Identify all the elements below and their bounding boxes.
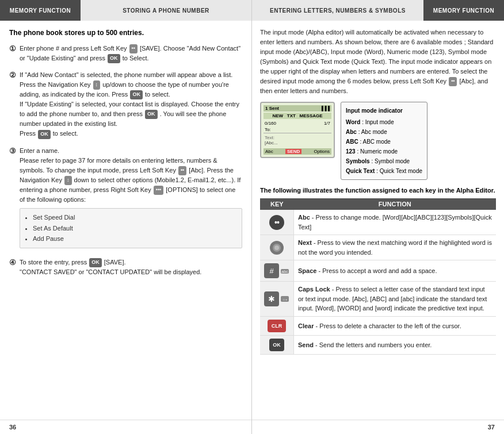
key-cell-nav	[260, 235, 294, 260]
left-page-number: 36	[9, 424, 16, 431]
step-4-text: To store the entry, press OK [SAVE]. "CO…	[20, 258, 201, 277]
nav-key-cell	[264, 240, 289, 255]
counter: 0/160	[265, 121, 276, 126]
func-caps-label: Caps Lock	[298, 286, 330, 293]
step-1: ① Enter phone # and press Left Soft Key …	[9, 44, 242, 63]
phone-screen-text: Text: [Abc...	[264, 135, 331, 146]
step-1-num: ①	[9, 44, 20, 53]
table-row: # abc Space - Press to accept a word and…	[260, 260, 496, 282]
options-list: Set Speed Dial Set As Default Add Pause	[20, 208, 242, 248]
step-3-text: Enter a name. Please refer to page 37 fo…	[20, 146, 242, 251]
func-cell-next: Next - Press to view the next matching w…	[294, 235, 497, 260]
func-cell-abc: Abc - Press to change mode. [Word][Abc][…	[294, 210, 497, 235]
ok-key-icon-4: OK	[38, 130, 51, 139]
left-soft-key-icon-2: ••	[178, 166, 186, 175]
main-heading: The phone book stores up to 500 entries.	[9, 29, 242, 37]
right-content: The input mode (Alpha editor) will autom…	[252, 21, 504, 420]
col-function: FUNCTION	[294, 198, 497, 210]
step-3: ③ Enter a name. Please refer to page 37 …	[9, 146, 242, 251]
key-cell-hash: # abc	[260, 260, 294, 282]
nav-key-icon-2: ↕	[64, 176, 72, 185]
svg-text:abc: abc	[281, 270, 288, 274]
input-mode-abc-upper: ABC : ABC mode	[346, 137, 422, 147]
func-space-label: Space	[298, 267, 316, 274]
hash-key-cell: # abc	[264, 263, 289, 278]
right-header-tab2: MEMORY FUNCTION	[423, 0, 504, 21]
hash-key-icon: #	[264, 263, 279, 278]
phone-screen-counter: 0/160 1/7	[264, 120, 331, 126]
key-cell-dots: ••	[260, 210, 294, 235]
func-cell-clear: Clear - Press to delete a character to t…	[294, 316, 497, 335]
input-mode-box: Input mode indicator Word : Input mode A…	[341, 102, 427, 180]
left-soft-key-icon-3: ••	[449, 77, 457, 86]
bottom-abc: Abc	[265, 149, 273, 154]
phone-screen: 1 Sent ▐▐▐ NEW TXT MESSAGE 0/160 1/7 To:…	[260, 102, 335, 158]
input-mode-quicktext: Quick Text : Quick Text mode	[346, 166, 422, 176]
col-key: KEY	[260, 198, 294, 210]
right-page: ENTERING LETTERS, NUMBERS & SYMBOLS MEMO…	[252, 0, 504, 434]
input-mode-symbols: Symbols : Symbol mode	[346, 156, 422, 166]
bottom-options: Options	[314, 149, 330, 154]
option-add-pause: Add Pause	[33, 233, 236, 244]
phone-screen-area: 1 Sent ▐▐▐ NEW TXT MESSAGE 0/160 1/7 To:…	[260, 102, 496, 180]
phone-screen-bottom: Abc SEND Options	[264, 148, 331, 155]
right-soft-key-icon: •••	[154, 186, 163, 195]
func-cell-send: Send - Send the letters and numbers you …	[294, 335, 497, 354]
hash-extra-icon: abc	[280, 266, 289, 275]
input-mode-word: Word : Input mode	[346, 117, 422, 127]
phone-screen-menu: NEW TXT MESSAGE	[264, 113, 331, 119]
func-abc-label: Abc	[298, 214, 310, 221]
topbar-left: 1 Sent	[265, 106, 279, 111]
func-next-label: Next	[298, 239, 312, 246]
star-key-icon: ✱	[264, 291, 279, 306]
option-set-as-default: Set As Default	[33, 223, 236, 234]
svg-text:☼+: ☼+	[282, 298, 287, 301]
input-mode-title: Input mode indicator	[346, 106, 422, 116]
key-cell-ok: OK	[260, 335, 294, 354]
step-2-num: ②	[9, 71, 20, 79]
right-page-number: 37	[488, 424, 495, 431]
table-row: ✱ ☼+ Caps Lock - Press to select a lette…	[260, 282, 496, 317]
left-page: MEMORY FUNCTION STORING A PHONE NUMBER T…	[0, 0, 252, 434]
table-row: •• Abc - Press to change mode. [Word][Ab…	[260, 210, 496, 235]
func-cell-caps: Caps Lock - Press to select a letter cas…	[294, 282, 497, 317]
option-set-speed-dial: Set Speed Dial	[33, 212, 236, 223]
right-page-number-bar: 37	[252, 420, 504, 434]
ok-key-icon-5: OK	[89, 258, 102, 267]
ok-key-icon-2: OK	[130, 90, 143, 99]
left-page-number-bar: 36	[0, 420, 251, 434]
left-header-tab1: MEMORY FUNCTION	[0, 0, 81, 21]
svg-point-2	[274, 245, 279, 250]
left-header: MEMORY FUNCTION STORING A PHONE NUMBER	[0, 0, 251, 21]
input-mode-123: 123 : Numeric mode	[346, 147, 422, 156]
step-4-num: ④	[9, 258, 20, 267]
step-2-text: If "Add New Contact" is selected, the ph…	[20, 70, 242, 139]
function-table: KEY FUNCTION •• Abc - Press to change mo…	[260, 198, 496, 355]
input-mode-abc: Abc : Abc mode	[346, 127, 422, 137]
func-cell-space: Space - Press to accept a word and add a…	[294, 260, 497, 282]
left-soft-key-icon: ••	[129, 44, 138, 53]
left-content: The phone book stores up to 500 entries.…	[0, 21, 251, 420]
star-key-cell: ✱ ☼+	[264, 291, 289, 306]
key-cell-clr: CLR	[260, 316, 294, 335]
key-cell-star: ✱ ☼+	[260, 282, 294, 317]
step-4: ④ To store the entry, press OK [SAVE]. "…	[9, 258, 242, 277]
step-3-num: ③	[9, 147, 20, 155]
topbar-right: ▐▐▐	[320, 106, 330, 111]
right-header: ENTERING LETTERS, NUMBERS & SYMBOLS MEMO…	[252, 0, 504, 21]
star-extra-icon: ☼+	[280, 294, 289, 304]
ok-key-icon-table: OK	[269, 339, 284, 351]
dots-key-icon: ••	[269, 215, 284, 230]
nav-key-icon-1: ↕	[93, 80, 101, 90]
ok-key-icon: OK	[108, 54, 120, 63]
step-1-text: Enter phone # and press Left Soft Key ••…	[20, 44, 242, 63]
table-row: OK Send - Send the letters and numbers y…	[260, 335, 496, 354]
left-header-tab2: STORING A PHONE NUMBER	[81, 0, 251, 21]
phone-screen-topbar: 1 Sent ▐▐▐	[264, 105, 331, 112]
func-send-label: Send	[298, 341, 314, 348]
clr-key-icon: CLR	[268, 320, 286, 332]
ok-key-icon-3: OK	[145, 110, 158, 119]
page-indicator: 1/7	[324, 121, 330, 126]
phone-screen-to: To:	[264, 126, 331, 133]
send-button: SEND	[285, 149, 301, 154]
